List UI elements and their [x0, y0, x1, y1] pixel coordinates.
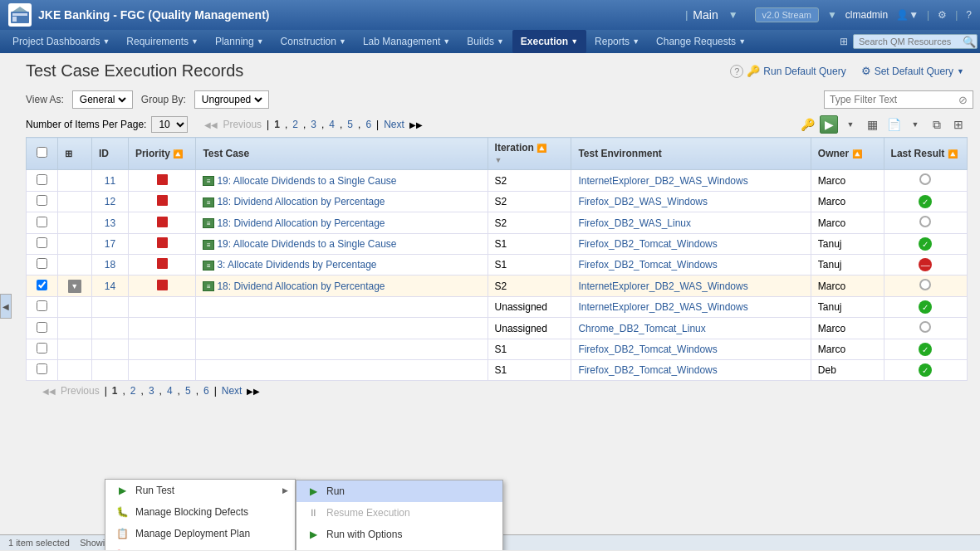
page-3[interactable]: 3: [308, 118, 319, 131]
submenu-resume[interactable]: ⏸ Resume Execution: [296, 502, 502, 524]
testcase-header[interactable]: Test Case: [196, 138, 488, 170]
page-2[interactable]: 2: [290, 118, 301, 131]
nav-change-requests[interactable]: Change Requests ▼: [648, 30, 754, 53]
row-checkbox[interactable]: [37, 237, 47, 248]
submenu-run[interactable]: ▶ Run: [296, 480, 502, 502]
row-environment[interactable]: InternetExplorer_DB2_WAS_Windows: [571, 297, 811, 318]
apps-icon[interactable]: ⊞: [840, 36, 848, 47]
nav-builds[interactable]: Builds ▼: [458, 30, 512, 53]
left-collapse-tab[interactable]: ◀: [0, 294, 12, 319]
row-testcase[interactable]: [196, 360, 488, 381]
row-id[interactable]: [92, 297, 129, 318]
bottom-prev-arrow[interactable]: ◀◀: [42, 387, 56, 396]
row-id[interactable]: 18: [92, 255, 129, 276]
view-as-dropdown[interactable]: General: [76, 93, 129, 106]
row-environment[interactable]: Firefox_DB2_Tomcat_Windows: [571, 255, 811, 276]
row-testcase[interactable]: [196, 297, 488, 318]
row-checkbox-cell[interactable]: [27, 255, 58, 276]
id-header[interactable]: ID: [92, 138, 129, 170]
page-5[interactable]: 5: [345, 118, 355, 131]
row-id[interactable]: 11: [92, 170, 129, 192]
select-all-checkbox[interactable]: [37, 147, 47, 158]
submenu-run-options[interactable]: ▶ Run with Options: [296, 524, 502, 545]
nav-construction[interactable]: Construction ▼: [272, 30, 355, 53]
row-type-cell[interactable]: [57, 170, 91, 192]
prev-button[interactable]: Previous: [220, 118, 264, 131]
bottom-page-3[interactable]: 3: [146, 384, 157, 397]
bottom-prev-button[interactable]: Previous: [58, 384, 102, 397]
run-button[interactable]: ▶: [820, 115, 838, 134]
ctx-run-test[interactable]: ▶ Run Test ▶ Run ⏸ Resume Execution ▶ Ru…: [105, 480, 295, 501]
set-default-query-button[interactable]: ⚙ Set Default Query ▼: [858, 63, 968, 79]
version-badge[interactable]: v2.0 Stream: [755, 7, 819, 22]
iteration-sort-icon[interactable]: 🔼: [537, 144, 546, 153]
help-icon[interactable]: ?: [966, 9, 972, 21]
result-filter-icon[interactable]: 🔼: [948, 149, 958, 158]
owner-header[interactable]: Owner 🔼: [811, 138, 884, 170]
row-testcase[interactable]: ≡18: Dividend Allocation by Percentage: [196, 212, 488, 234]
bottom-page-1[interactable]: 1: [110, 384, 120, 397]
row-testcase[interactable]: [196, 318, 488, 339]
help-icon[interactable]: ?: [730, 65, 743, 78]
row-environment[interactable]: Firefox_DB2_Tomcat_Windows: [571, 339, 811, 360]
ctx-manage-defects[interactable]: 🐛 Manage Blocking Defects: [105, 501, 295, 523]
submenu-run-offline[interactable]: Run Offline: [296, 545, 502, 550]
row-type-cell[interactable]: [57, 192, 91, 212]
user-icon[interactable]: 👤▼: [896, 9, 919, 21]
row-checkbox[interactable]: [37, 322, 47, 333]
row-type-cell[interactable]: [57, 360, 91, 381]
row-testcase[interactable]: ≡18: Dividend Allocation by Percentage: [196, 192, 488, 212]
row-testcase[interactable]: ≡19: Allocate Dividends to a Single Caus…: [196, 170, 488, 192]
row-type-cell[interactable]: [57, 234, 91, 255]
row-checkbox[interactable]: [37, 217, 47, 227]
ctx-edit[interactable]: ✏️ Edit Execution Record: [105, 544, 295, 550]
row-id[interactable]: 12: [92, 192, 129, 212]
row-environment[interactable]: Firefox_DB2_Tomcat_Windows: [571, 234, 811, 255]
bottom-page-6[interactable]: 6: [201, 384, 212, 397]
nav-requirements[interactable]: Requirements ▼: [118, 30, 207, 53]
priority-header[interactable]: Priority 🔼: [128, 138, 196, 170]
row-checkbox-cell[interactable]: [27, 276, 58, 297]
row-checkbox-cell[interactable]: [27, 212, 58, 234]
row-checkbox-cell[interactable]: [27, 318, 58, 339]
bottom-next-button[interactable]: Next: [219, 384, 245, 397]
row-testcase[interactable]: [196, 339, 488, 360]
row-type-cell[interactable]: ▼: [57, 276, 91, 297]
row-environment[interactable]: InternetExplorer_DB2_WAS_Windows: [571, 276, 811, 297]
grid-icon[interactable]: ▦: [863, 115, 881, 134]
run-default-query-button[interactable]: 🔑 Run Default Query: [743, 63, 849, 79]
row-checkbox-cell[interactable]: [27, 297, 58, 318]
nav-lab-management[interactable]: Lab Management ▼: [355, 30, 458, 53]
page-4[interactable]: 4: [326, 118, 337, 131]
row-checkbox[interactable]: [37, 343, 47, 354]
page-6[interactable]: 6: [363, 118, 374, 131]
bottom-page-2[interactable]: 2: [128, 384, 139, 397]
row-environment[interactable]: InternetExplorer_DB2_WAS_Windows: [571, 170, 811, 192]
row-id[interactable]: 14: [92, 276, 129, 297]
row-checkbox-cell[interactable]: [27, 170, 58, 192]
row-checkbox[interactable]: [37, 258, 47, 269]
pdf-icon[interactable]: 📄: [884, 115, 903, 134]
row-checkbox-cell[interactable]: [27, 192, 58, 212]
row-type-cell[interactable]: [57, 339, 91, 360]
bottom-page-4[interactable]: 4: [164, 384, 175, 397]
nav-project-dashboards[interactable]: Project Dashboards ▼: [4, 30, 118, 53]
next-arrow[interactable]: ▶▶: [409, 120, 423, 129]
row-id[interactable]: [92, 339, 129, 360]
iteration-header[interactable]: Iteration 🔼 ▼: [488, 138, 571, 170]
row-id[interactable]: 13: [92, 212, 129, 234]
row-type-cell[interactable]: [57, 212, 91, 234]
row-checkbox[interactable]: [37, 174, 47, 185]
bottom-page-5[interactable]: 5: [183, 384, 194, 397]
row-checkbox[interactable]: [37, 363, 47, 374]
view-as-select[interactable]: General: [72, 90, 133, 109]
row-type-cell[interactable]: [57, 255, 91, 276]
row-testcase[interactable]: ≡19: Allocate Dividends to a Single Caus…: [196, 234, 488, 255]
next-button[interactable]: Next: [381, 118, 407, 131]
filter-input[interactable]: [824, 90, 973, 109]
nav-reports[interactable]: Reports ▼: [586, 30, 648, 53]
group-by-dropdown[interactable]: Ungrouped: [198, 93, 265, 106]
select-all-header[interactable]: [27, 138, 58, 170]
view-label[interactable]: Main: [693, 8, 718, 22]
copy-icon[interactable]: ⧉: [928, 115, 946, 134]
